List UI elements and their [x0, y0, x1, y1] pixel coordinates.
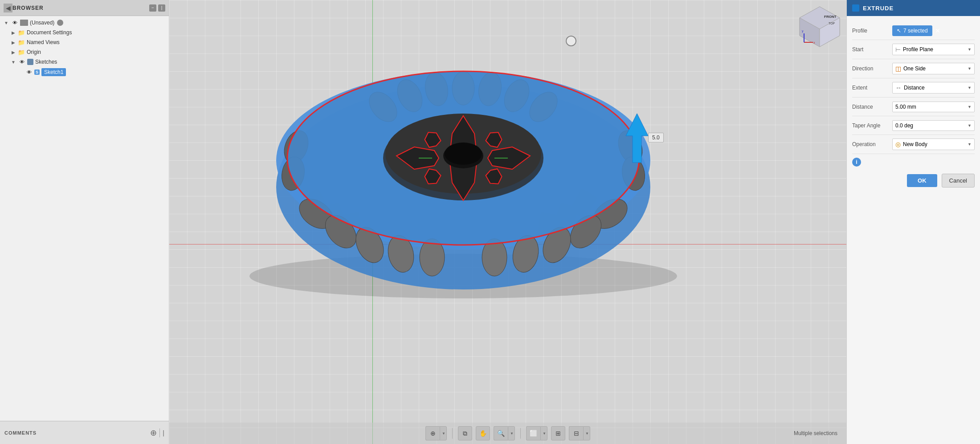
zoom-tool-group: 🔍 ▼ [494, 426, 515, 440]
tree-label-sketch1: Sketch1 [41, 68, 66, 76]
tree-label-named-views: Named Views [27, 39, 60, 45]
svg-text:TOP: TOP [829, 22, 835, 25]
profile-count: 7 selected [903, 28, 928, 34]
operation-row: Operation ◎ New Body ▼ [852, 135, 975, 154]
extent-control: ↔ Distance ▼ [892, 82, 975, 94]
profile-clear-button[interactable]: ✕ [935, 27, 940, 34]
extent-label: Extent [852, 85, 892, 91]
ok-button[interactable]: OK [907, 174, 937, 187]
start-select[interactable]: ⊢ Profile Plane ▼ [892, 44, 975, 55]
eye-icon-unsaved[interactable] [11, 20, 19, 26]
svg-text:y: y [802, 29, 804, 33]
display-group: ⊟ ▼ [569, 426, 590, 440]
browser-panel: ◀ BROWSER − | (Unsaved) 📁 Document Setti… [0, 0, 169, 444]
start-label: Start [852, 46, 892, 53]
browser-header: ◀ BROWSER − | [0, 0, 169, 16]
drag-tool-button[interactable]: ✋ [476, 426, 490, 440]
tree-item-sketch1[interactable]: S Sketch1 [0, 67, 169, 77]
profile-cursor-icon: ↖ [897, 28, 901, 34]
distance-icon: ↔ [895, 84, 902, 91]
svg-point-43 [445, 143, 482, 165]
doc-icon [20, 20, 28, 26]
profile-selected-button[interactable]: ↖ 7 selected [892, 25, 932, 36]
browser-pin-icon[interactable]: − [149, 4, 156, 12]
profile-control: ↖ 7 selected ✕ [892, 25, 975, 36]
toolbar-separator-2 [520, 428, 521, 439]
browser-expand-icon[interactable]: | [158, 4, 165, 12]
nav-cube[interactable]: FRONT TOP x y [797, 4, 842, 49]
taper-dropdown-arrow: ▼ [968, 123, 972, 128]
cancel-button[interactable]: Cancel [942, 174, 975, 187]
browser-title: BROWSER [12, 5, 149, 11]
comments-add-button[interactable]: ⊕ [150, 428, 157, 438]
start-dropdown-arrow: ▼ [968, 47, 972, 52]
operation-value: New Body [903, 141, 968, 147]
profile-plane-icon: ⊢ [895, 46, 901, 53]
zoom-button[interactable]: 🔍 [494, 426, 508, 440]
start-row: Start ⊢ Profile Plane ▼ [852, 40, 975, 59]
view-mode-group: ⬜ ▼ [526, 426, 547, 440]
select-tool-button[interactable]: ⊕ [425, 426, 440, 440]
zoom-dropdown[interactable]: ▼ [508, 426, 515, 440]
viewport[interactable]: 5.0 FRONT TOP x y [169, 0, 846, 444]
operation-select[interactable]: ◎ New Body ▼ [892, 138, 975, 150]
sketches-icon [27, 59, 33, 65]
taper-angle-label: Taper Angle [852, 122, 892, 129]
taper-angle-input[interactable]: 0.0 deg ▼ [892, 120, 975, 131]
tree-arrow-named-views [10, 39, 17, 46]
comments-collapse-icon[interactable]: | [163, 429, 164, 436]
app-container: ◀ BROWSER − | (Unsaved) 📁 Document Setti… [0, 0, 980, 444]
info-button[interactable]: i [852, 158, 861, 167]
settings-dot-icon[interactable] [57, 20, 63, 26]
distance-control: 5.00 mm ▼ [892, 102, 975, 112]
ok-cancel-row: OK Cancel [852, 167, 975, 187]
tree-arrow-unsaved [3, 19, 10, 26]
distance-label: Distance [852, 104, 892, 110]
extent-row: Extent ↔ Distance ▼ [852, 78, 975, 98]
taper-angle-control: 0.0 deg ▼ [892, 120, 975, 131]
extrude-body: Profile ↖ 7 selected ✕ Start ⊢ Profile P… [847, 16, 980, 193]
direction-select[interactable]: ◫ One Side ▼ [892, 63, 975, 74]
tree-label-unsaved: (Unsaved) [30, 20, 54, 26]
tree-item-document-settings[interactable]: 📁 Document Settings [0, 28, 169, 37]
folder-icon-named-views: 📁 [18, 39, 25, 46]
browser-collapse-button[interactable]: ◀ [4, 4, 12, 12]
browser-tree: (Unsaved) 📁 Document Settings 📁 Named Vi… [0, 16, 169, 421]
tree-item-unsaved[interactable]: (Unsaved) [0, 18, 169, 28]
toolbar-separator-1 [452, 428, 453, 439]
display-button[interactable]: ⊟ [569, 426, 583, 440]
folder-icon-origin: 📁 [18, 49, 25, 56]
start-value: Profile Plane [903, 46, 968, 53]
profile-label: Profile [852, 28, 892, 34]
extrude-panel: EXTRUDE Profile ↖ 7 selected ✕ Start [846, 0, 980, 444]
tree-item-sketches[interactable]: Sketches [0, 57, 169, 67]
eye-icon-sketches[interactable] [18, 59, 26, 65]
start-control: ⊢ Profile Plane ▼ [892, 44, 975, 55]
tree-label-sketches: Sketches [35, 59, 57, 65]
pan-tool-button[interactable]: ⧉ [458, 426, 472, 440]
operation-control: ◎ New Body ▼ [892, 138, 975, 150]
status-bar-text: Multiple selections [794, 430, 837, 436]
extent-select[interactable]: ↔ Distance ▼ [892, 82, 975, 94]
display-dropdown[interactable]: ▼ [583, 426, 590, 440]
direction-label: Direction [852, 65, 892, 72]
direction-row: Direction ◫ One Side ▼ [852, 59, 975, 78]
extent-value: Distance [904, 85, 968, 91]
comments-divider [159, 428, 160, 437]
direction-dropdown-arrow: ▼ [968, 66, 972, 71]
one-side-icon: ◫ [895, 65, 901, 72]
tree-item-origin[interactable]: 📁 Origin [0, 47, 169, 57]
eye-icon-sketch1[interactable] [25, 69, 33, 75]
orbit-handle[interactable] [566, 36, 576, 46]
folder-icon-doc-settings: 📁 [18, 29, 25, 36]
direction-value: One Side [903, 65, 968, 72]
gear-viewport [227, 27, 695, 303]
view-mode-dropdown[interactable]: ▼ [540, 426, 547, 440]
view-mode-button[interactable]: ⬜ [526, 426, 540, 440]
grid-button[interactable]: ⊞ [551, 426, 565, 440]
select-tool-dropdown[interactable]: ▼ [440, 426, 447, 440]
new-body-icon: ◎ [895, 141, 901, 148]
profile-row: Profile ↖ 7 selected ✕ [852, 21, 975, 40]
tree-item-named-views[interactable]: 📁 Named Views [0, 37, 169, 47]
distance-input[interactable]: 5.00 mm ▼ [892, 102, 975, 112]
